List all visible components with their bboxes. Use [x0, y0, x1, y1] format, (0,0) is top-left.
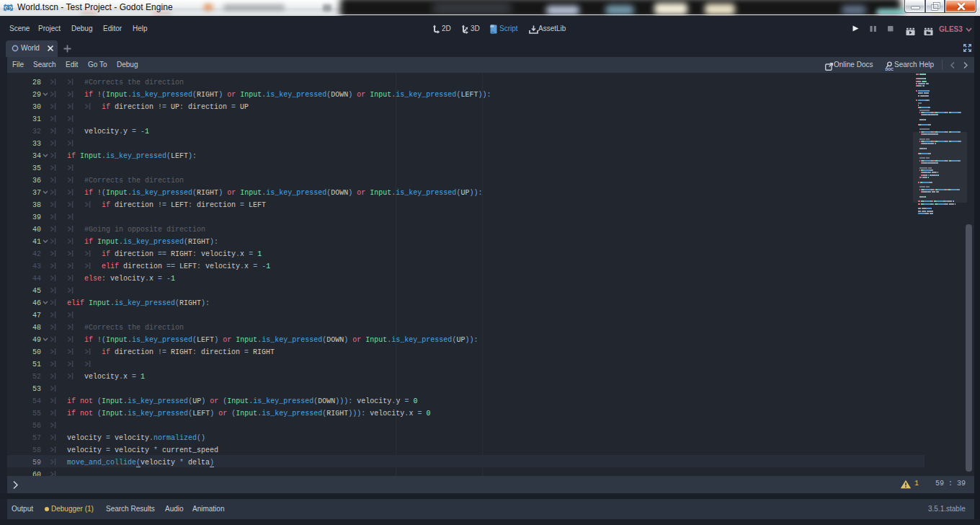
- svg-text:DOC: DOC: [885, 67, 894, 71]
